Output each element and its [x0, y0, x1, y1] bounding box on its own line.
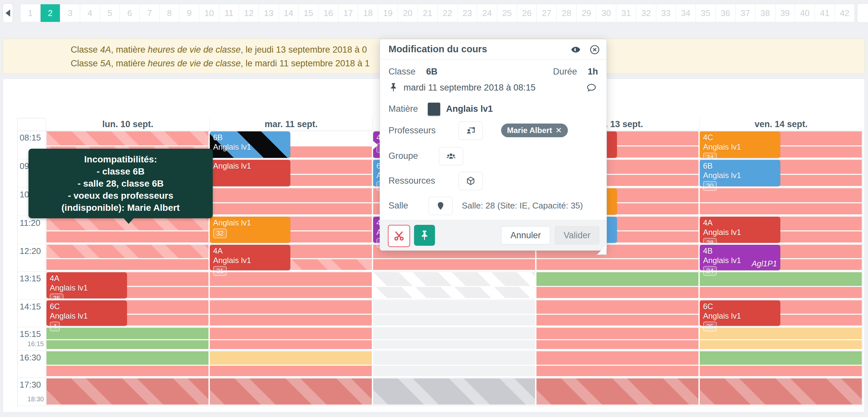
week-tab-28[interactable]: 28 [557, 4, 577, 22]
week-tab-21[interactable]: 21 [417, 4, 438, 22]
comment-bubble-icon[interactable] [586, 82, 597, 94]
week-tab-18[interactable]: 18 [358, 4, 378, 22]
event-subject: Anglais lv1 [50, 283, 124, 292]
pin-course-button[interactable] [414, 225, 435, 246]
time-label: 16:30 [20, 353, 41, 363]
week-tab-5[interactable]: 5 [100, 4, 120, 22]
calendar-event[interactable]: 6CAnglais lv135 [700, 300, 780, 326]
week-tab-40[interactable]: 40 [795, 4, 815, 22]
calendar-event[interactable]: 4AAnglais lv131 [210, 245, 290, 270]
week-tab-31[interactable]: 31 [616, 4, 636, 22]
cut-course-button[interactable] [388, 225, 410, 247]
calendar-event[interactable]: Anglais lv1 [210, 160, 290, 186]
event-room-badge: 4 [50, 321, 60, 332]
availability-cell [373, 351, 535, 365]
week-tab-26[interactable]: 26 [517, 4, 537, 22]
week-tab-1[interactable]: 1 [21, 4, 40, 22]
room-label: Salle [389, 201, 408, 211]
availability-cell [700, 366, 862, 376]
event-class: 4B [703, 246, 777, 255]
event-subject: Anglais lv1 [50, 311, 124, 321]
event-subject: Anglais lv1 [703, 171, 777, 180]
next-week-button[interactable] [857, 3, 868, 23]
event-subject: Anglais lv1 [703, 311, 777, 321]
calendar-event[interactable]: 4CAnglais lv134 [700, 131, 780, 158]
week-tab-13[interactable]: 13 [259, 4, 279, 22]
week-tab-19[interactable]: 19 [378, 4, 398, 22]
week-tab-32[interactable]: 32 [636, 4, 656, 22]
calendar-event[interactable]: 6CAnglais lv14 [46, 300, 127, 326]
week-tab-22[interactable]: 22 [438, 4, 458, 22]
week-tab-17[interactable]: 17 [338, 4, 359, 22]
week-tab-29[interactable]: 29 [577, 4, 597, 22]
week-tab-7[interactable]: 7 [140, 4, 160, 22]
subject-label: Matière [389, 104, 418, 114]
availability-cell [373, 340, 535, 349]
calendar-event[interactable]: 4BAnglais lv124Agl1P1 [700, 245, 780, 270]
week-tab-9[interactable]: 9 [179, 4, 199, 22]
availability-cell [700, 340, 862, 349]
time-label: 08:15 [20, 133, 41, 143]
week-tab-16[interactable]: 16 [318, 4, 338, 22]
close-icon[interactable] [589, 44, 600, 55]
previous-week-button[interactable] [3, 3, 13, 23]
add-teacher-button[interactable] [459, 121, 483, 140]
calendar-event[interactable]: 6BAnglais lv130 [700, 160, 780, 186]
week-tab-35[interactable]: 35 [696, 4, 716, 22]
week-tab-11[interactable]: 11 [219, 4, 239, 22]
time-row-divider [18, 327, 46, 327]
week-tab-12[interactable]: 12 [239, 4, 259, 22]
preview-eye-icon[interactable] [570, 44, 581, 55]
week-tab-37[interactable]: 37 [736, 4, 755, 22]
week-tab-14[interactable]: 14 [279, 4, 299, 22]
week-tab-20[interactable]: 20 [398, 4, 418, 22]
time-row-divider [18, 299, 46, 300]
group-label: Groupe [389, 151, 418, 161]
select-room-button[interactable] [428, 197, 453, 215]
availability-cell [536, 351, 699, 365]
week-tab-2[interactable]: 2 [40, 4, 61, 22]
availability-cell [210, 340, 372, 349]
availability-cell [536, 378, 699, 405]
availability-cell [46, 259, 209, 270]
calendar-event[interactable]: 6BAnglais lv1 [210, 131, 290, 158]
select-group-button[interactable] [439, 147, 463, 165]
week-tab-27[interactable]: 27 [537, 4, 557, 22]
week-tab-42[interactable]: 42 [835, 4, 855, 22]
week-selector-bar: 1234567891011121314151617181920212223242… [0, 0, 868, 26]
week-tab-8[interactable]: 8 [160, 4, 180, 22]
week-tab-10[interactable]: 10 [199, 4, 219, 22]
week-tab-4[interactable]: 4 [80, 4, 100, 22]
week-tab-6[interactable]: 6 [120, 4, 140, 22]
cancel-button[interactable]: Annuler [501, 226, 550, 244]
availability-cell [700, 351, 862, 365]
time-sublabel: 18:30 [13, 395, 44, 403]
tooltip-line: - salle 28, classe 6B [31, 177, 210, 189]
calendar-event[interactable]: 4AAnglais lv128 [700, 217, 780, 243]
teacher-chip[interactable]: Marie Albert ✕ [501, 124, 568, 137]
week-tab-24[interactable]: 24 [477, 4, 497, 22]
tooltip-line: Incompatibilités: [31, 153, 210, 165]
week-tab-3[interactable]: 3 [60, 4, 80, 22]
select-resources-button[interactable] [459, 172, 483, 190]
week-tab-38[interactable]: 38 [755, 4, 775, 22]
week-tab-30[interactable]: 30 [596, 4, 616, 22]
availability-cell [373, 315, 535, 325]
week-tab-33[interactable]: 33 [656, 4, 676, 22]
week-tab-41[interactable]: 41 [815, 4, 835, 22]
availability-cell [373, 366, 535, 376]
remove-teacher-icon[interactable]: ✕ [555, 126, 562, 135]
week-tab-15[interactable]: 15 [299, 4, 318, 22]
validate-button[interactable]: Valider [555, 226, 599, 244]
week-tab-34[interactable]: 34 [676, 4, 696, 22]
event-room-badge: 32 [213, 229, 227, 238]
week-tab-36[interactable]: 36 [716, 4, 736, 22]
availability-cell [536, 340, 699, 349]
calendar-event[interactable]: 4AAnglais lv135 [46, 272, 127, 299]
calendar-event[interactable]: Anglais lv132 [210, 217, 290, 243]
time-row-divider [18, 271, 46, 272]
week-tab-23[interactable]: 23 [458, 4, 477, 22]
week-tab-39[interactable]: 39 [775, 4, 795, 22]
time-label: 15:15 [20, 329, 41, 339]
week-tab-25[interactable]: 25 [497, 4, 517, 22]
